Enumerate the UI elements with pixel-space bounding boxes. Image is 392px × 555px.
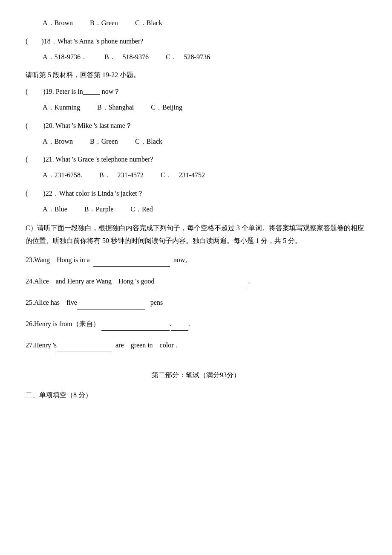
q19-stem: ( )19. Peter is in_____ now？ xyxy=(26,86,366,98)
q20-options: A．Brown B．Green C．Black xyxy=(26,136,366,148)
q27-line: 27.Henry 's are green in color． xyxy=(26,338,366,352)
section-c-description: C）请听下面一段独白，根据独白内容完成下列句子，每个空格不超过 3 个单词。将答… xyxy=(26,222,366,248)
q18-options: A．518-9736． B． 518-9376 C． 528-9736 xyxy=(26,51,366,64)
q22-options: A．Blue B．Purple C．Red xyxy=(26,203,366,216)
q21-option-a: A．231-6758. xyxy=(43,169,82,182)
q22-option-c: C．Red xyxy=(130,203,153,216)
q19-option-c: C．Beijing xyxy=(151,101,182,114)
q21-option-c: C． 231-4752 xyxy=(161,169,205,182)
q27-blank[interactable] xyxy=(57,345,112,353)
q23-line: 23.Wang Hong is in a now。 xyxy=(26,253,366,267)
q24-line: 24.Alice and Henry are Wang Hong 's good… xyxy=(26,275,366,288)
q17-option-c: C．Black xyxy=(135,17,162,29)
q18-option-a: A．518-9736． xyxy=(43,51,87,64)
q19-option-a: A．Kunming xyxy=(43,101,80,114)
q22-option-b: B．Purple xyxy=(84,203,113,216)
q17-option-b: B．Green xyxy=(90,17,118,29)
q20-option-b: B．Green xyxy=(90,136,118,148)
q21-options: A．231-6758. B． 231-4572 C． 231-4752 xyxy=(26,169,366,182)
q17-options: A．Brown B．Green C．Black xyxy=(26,17,366,29)
part2-title: 第二部分：笔试（满分93分） xyxy=(26,369,366,382)
q26-line: 26.Henry is from（来自） .. xyxy=(26,317,366,331)
q18-option-c: C． 528-9736 xyxy=(166,51,210,64)
q20-option-c: C．Black xyxy=(135,136,162,148)
q21-option-b: B． 231-4572 xyxy=(99,169,144,182)
q18-option-b: B． 518-9376 xyxy=(104,51,149,64)
q19-options: A．Kunming B．Shanghai C．Beijing xyxy=(26,101,366,114)
q26-blank2[interactable] xyxy=(171,324,188,331)
q20-option-a: A．Brown xyxy=(43,136,73,148)
q23-blank[interactable] xyxy=(93,260,170,267)
q25-blank[interactable] xyxy=(77,302,145,310)
q20-stem: ( )20. What 's Mike 's last name？ xyxy=(26,120,366,132)
q24-blank[interactable] xyxy=(155,281,248,289)
q25-line: 25.Alice has five pens xyxy=(26,296,366,309)
q22-option-a: A．Blue xyxy=(43,203,67,216)
q22-stem: ( )22．What color is Linda 's jacket？ xyxy=(26,188,366,200)
q26-blank[interactable] xyxy=(101,324,170,331)
q21-stem: ( )21. What 's Grace 's telephone number… xyxy=(26,153,366,166)
section2-header: 二、单项填空（8 分） xyxy=(26,389,366,402)
q17-option-a: A．Brown xyxy=(43,17,73,29)
section5-header: 请听第 5 段材料，回答第 19-22 小题。 xyxy=(26,69,366,81)
q19-option-b: B．Shanghai xyxy=(97,101,134,114)
q18-stem: ( )18．What 's Anna 's phone number? xyxy=(26,35,366,48)
